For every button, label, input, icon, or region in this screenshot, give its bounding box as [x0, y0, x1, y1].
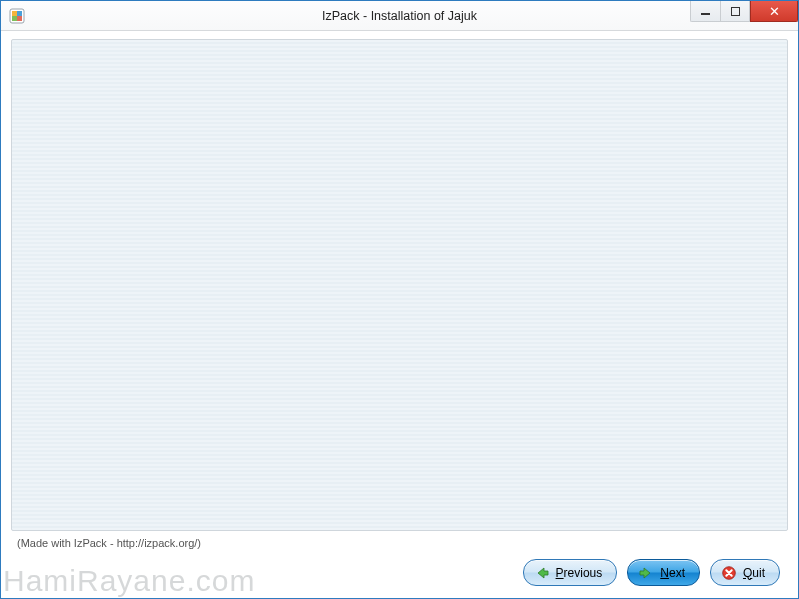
- svg-rect-3: [12, 16, 17, 21]
- quit-button-label: Quit: [743, 566, 765, 580]
- svg-rect-1: [12, 11, 17, 16]
- next-button-label: Next: [660, 566, 685, 580]
- previous-button-label: Previous: [556, 566, 603, 580]
- window-title: IzPack - Installation of Jajuk: [1, 9, 798, 23]
- window-maximize-icon: [731, 7, 740, 16]
- arrow-right-icon: [638, 565, 654, 581]
- cancel-circle-icon: [721, 565, 737, 581]
- svg-rect-2: [17, 11, 22, 16]
- footer-buttons: Previous Next Quit: [11, 551, 788, 588]
- minimize-button[interactable]: [690, 1, 720, 22]
- window-close-icon: ✕: [769, 5, 780, 18]
- installer-window: IzPack - Installation of Jajuk ✕ (Made w…: [0, 0, 799, 599]
- window-controls: ✕: [690, 1, 798, 30]
- maximize-button[interactable]: [720, 1, 750, 22]
- quit-button[interactable]: Quit: [710, 559, 780, 586]
- content-panel: [11, 39, 788, 531]
- close-button[interactable]: ✕: [750, 1, 798, 22]
- izpack-box-icon: [8, 7, 26, 25]
- titlebar[interactable]: IzPack - Installation of Jajuk ✕: [1, 1, 798, 31]
- svg-rect-4: [17, 16, 22, 21]
- client-area: (Made with IzPack - http://izpack.org/) …: [1, 31, 798, 598]
- previous-button[interactable]: Previous: [523, 559, 618, 586]
- next-button[interactable]: Next: [627, 559, 700, 586]
- arrow-left-icon: [534, 565, 550, 581]
- made-with-label: (Made with IzPack - http://izpack.org/): [11, 531, 788, 551]
- window-minimize-icon: [701, 13, 710, 15]
